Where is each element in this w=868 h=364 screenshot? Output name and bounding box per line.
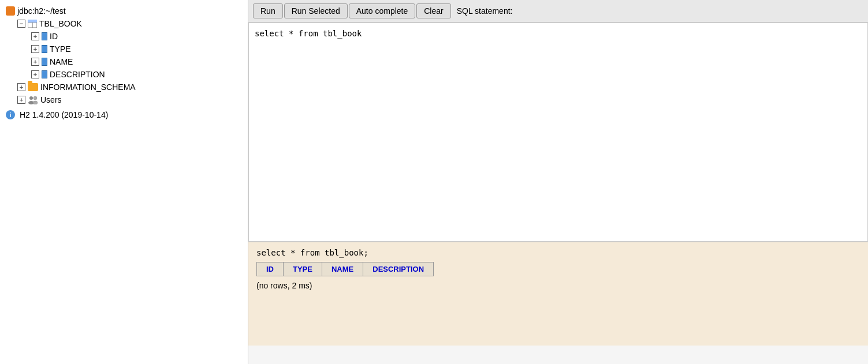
users-icon [28, 95, 38, 104]
run-selected-button[interactable]: Run Selected [284, 3, 348, 18]
col-icon-id [42, 32, 47, 40]
col-icon-desc [42, 70, 47, 78]
connection-label: jdbc:h2:~/test [17, 6, 66, 16]
col-type-label: TYPE [50, 44, 71, 54]
tree-node-col-id[interactable]: + ID [0, 30, 248, 43]
col-icon-type [42, 45, 47, 53]
col-header-description: DESCRIPTION [363, 262, 434, 276]
tree-node-tbl-book[interactable]: − TBL_BOOK [0, 17, 248, 30]
collapse-icon[interactable]: − [17, 20, 25, 28]
connection-item[interactable]: jdbc:h2:~/test [0, 5, 248, 17]
expand-info-schema[interactable]: + [17, 83, 25, 91]
version-item: i H2 1.4.200 (2019-10-14) [0, 108, 248, 121]
sidebar: jdbc:h2:~/test − TBL_BOOK + ID + TYPE + … [0, 0, 248, 364]
tree-node-col-name[interactable]: + NAME [0, 55, 248, 68]
sql-editor[interactable] [248, 22, 868, 242]
col-icon-name [42, 58, 47, 66]
col-header-id: ID [257, 262, 284, 276]
sql-statement-label: SQL statement: [457, 6, 513, 16]
tree-node-info-schema[interactable]: + INFORMATION_SCHEMA [0, 81, 248, 93]
expand-col-name[interactable]: + [31, 58, 39, 66]
folder-icon [28, 83, 38, 91]
tree-node-users[interactable]: + Users [0, 93, 248, 106]
expand-col-desc[interactable]: + [31, 70, 39, 78]
users-label: Users [40, 95, 62, 104]
tree-node-col-type[interactable]: + TYPE [0, 43, 248, 55]
info-icon: i [6, 110, 15, 119]
svg-point-6 [33, 96, 37, 100]
col-header-name: NAME [322, 262, 363, 276]
results-panel: select * from tbl_book; ID TYPE NAME DES… [248, 242, 868, 346]
svg-point-4 [29, 96, 33, 100]
clear-button[interactable]: Clear [416, 3, 450, 18]
info-schema-label: INFORMATION_SCHEMA [40, 82, 136, 92]
svg-point-7 [33, 101, 38, 104]
auto-complete-button[interactable]: Auto complete [349, 3, 416, 18]
table-icon [28, 20, 37, 28]
main-panel: Run Run Selected Auto complete Clear SQL… [248, 0, 868, 364]
toolbar: Run Run Selected Auto complete Clear SQL… [248, 0, 868, 22]
results-query: select * from tbl_book; [256, 248, 860, 257]
col-name-label: NAME [50, 57, 73, 66]
run-button[interactable]: Run [253, 3, 283, 18]
expand-users[interactable]: + [17, 96, 25, 104]
version-label: H2 1.4.200 (2019-10-14) [20, 110, 108, 119]
results-footer: (no rows, 2 ms) [256, 281, 860, 290]
tbl-book-label: TBL_BOOK [39, 19, 82, 28]
col-id-label: ID [50, 32, 58, 41]
col-desc-label: DESCRIPTION [50, 70, 105, 79]
tree-node-col-desc[interactable]: + DESCRIPTION [0, 68, 248, 81]
col-header-type: TYPE [284, 262, 322, 276]
results-table: ID TYPE NAME DESCRIPTION [256, 262, 434, 276]
db-icon [6, 6, 15, 16]
expand-col-type[interactable]: + [31, 45, 39, 53]
svg-rect-3 [28, 20, 37, 22]
expand-col-id[interactable]: + [31, 32, 39, 40]
